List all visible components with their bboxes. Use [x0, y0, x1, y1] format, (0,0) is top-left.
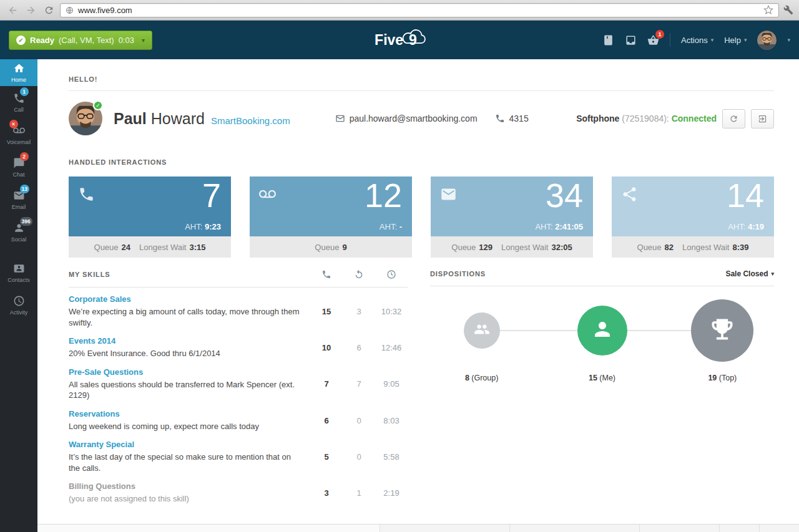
- five9-logo: Five 9: [375, 31, 424, 50]
- address-bar[interactable]: www.five9.com: [60, 3, 779, 17]
- email-badge: 13: [20, 185, 29, 193]
- bottom-taskbar: [37, 524, 799, 532]
- help-menu[interactable]: Help▾: [724, 36, 747, 45]
- taskbar-slot[interactable]: [639, 525, 719, 532]
- extension-text: 4315: [509, 114, 529, 123]
- skill-transfers: 0: [343, 416, 375, 425]
- skill-time: 2:19: [375, 488, 408, 498]
- app-window: www.five9.com ✓ Ready (Call, VM, Text) 0…: [0, 0, 799, 532]
- back-button[interactable]: [6, 3, 19, 17]
- call-badge: 1: [20, 87, 29, 96]
- taskbar-slot[interactable]: [380, 525, 509, 532]
- taskbar-spacer: [37, 525, 380, 532]
- group-circle[interactable]: [464, 312, 500, 349]
- skill-calls: 5: [310, 452, 343, 462]
- chevron-down-icon: ▾: [711, 37, 714, 43]
- skill-desc: All sales questions should be transferre…: [69, 379, 301, 401]
- sidebar-label: Call: [14, 107, 24, 113]
- voicemails-aht: AHT: -: [380, 222, 402, 231]
- actions-menu[interactable]: Actions▾: [681, 36, 713, 45]
- sidebar: Home 1 Call × Voicemail 2 Chat: [0, 59, 37, 532]
- social-aht: AHT: 4:19: [728, 222, 764, 231]
- handled-card-calls[interactable]: 7 AHT: 9:23 Queue24 Longest Wait3:15: [69, 177, 231, 258]
- sidebar-item-voicemail[interactable]: × Voicemail: [0, 118, 37, 151]
- skill-calls: 6: [310, 416, 343, 425]
- inbox-icon[interactable]: [625, 34, 637, 46]
- softphone-status: Softphone (72519084): Connected: [576, 109, 774, 128]
- taskbar-slot[interactable]: [509, 525, 639, 532]
- profile-row: ✓ Paul Howard SmartBooking.com paul.howa…: [69, 91, 774, 148]
- skill-row-billing-questions: Billing Questions (you are not assigned …: [69, 475, 408, 506]
- bookmark-star-icon[interactable]: [763, 5, 773, 15]
- disposition-filter-dropdown[interactable]: Sale Closed ▾: [725, 269, 774, 278]
- top-circle[interactable]: [691, 299, 753, 362]
- transfers-column-redo-icon: [343, 269, 375, 279]
- me-stat: 15 (Me): [577, 374, 627, 382]
- online-check-icon: ✓: [93, 100, 103, 110]
- reconnect-button[interactable]: [722, 109, 745, 128]
- company-link[interactable]: SmartBooking.com: [211, 115, 290, 126]
- first-name: Paul: [114, 110, 147, 128]
- sidebar-item-contacts[interactable]: Contacts: [0, 256, 37, 289]
- sidebar-item-home[interactable]: Home: [0, 59, 37, 86]
- sidebar-label: Home: [11, 77, 26, 83]
- handled-card-emails[interactable]: 34 AHT: 2:41:05 Queue129 Longest Wait32:…: [431, 177, 593, 258]
- chevron-down-icon[interactable]: ▾: [787, 37, 790, 43]
- handled-card-voicemails[interactable]: 12 AHT: - Queue9: [250, 177, 412, 258]
- handle-time-column-clock-icon: [375, 269, 408, 279]
- skill-link[interactable]: Reservations: [69, 409, 301, 418]
- browser-menu-wrench-icon[interactable]: [783, 5, 793, 15]
- me-circle[interactable]: [577, 306, 627, 355]
- taskbar-slot[interactable]: [759, 525, 799, 532]
- sidebar-label: Email: [12, 204, 26, 210]
- disposition-me: 15 (Me): [577, 290, 627, 382]
- sidebar-item-activity[interactable]: Activity: [0, 289, 37, 321]
- skill-row-warranty-special: Warranty Special It’s the last day of th…: [69, 433, 408, 475]
- email-text: paul.howard@smartbooking.com: [350, 114, 478, 123]
- handled-card-social[interactable]: 14 AHT: 4:19 Queue82 Longest Wait8:39: [612, 177, 774, 258]
- agent-status-button[interactable]: ✓ Ready (Call, VM, Text) 0:03 ▾: [9, 31, 152, 50]
- basket-icon[interactable]: 1: [647, 34, 659, 46]
- skill-link[interactable]: Pre-Sale Questions: [69, 367, 301, 377]
- extension-contact: 4315: [495, 114, 529, 123]
- skill-desc: It’s the last day of the special so make…: [69, 452, 301, 473]
- journal-icon[interactable]: [602, 34, 614, 46]
- sidebar-item-call[interactable]: 1 Call: [0, 86, 37, 118]
- chat-badge: 2: [20, 152, 29, 161]
- profile-avatar[interactable]: ✓: [69, 102, 102, 135]
- skill-link[interactable]: Warranty Special: [69, 440, 301, 449]
- group-stat: 8 (Group): [464, 374, 500, 382]
- sidebar-item-social[interactable]: 396 Social: [0, 216, 37, 248]
- skill-link[interactable]: Corporate Sales: [69, 294, 301, 304]
- divider: [670, 33, 670, 47]
- skill-row-pre-sale-questions: Pre-Sale Questions All sales questions s…: [69, 360, 408, 402]
- last-name: Howard: [151, 110, 205, 128]
- forward-button[interactable]: [24, 3, 37, 17]
- emails-count: 34: [546, 175, 583, 216]
- taskbar-slot[interactable]: [719, 525, 759, 532]
- logout-button[interactable]: [751, 109, 774, 128]
- voicemail-icon: ×: [13, 125, 25, 137]
- skill-link[interactable]: Events 2014: [69, 336, 301, 346]
- user-avatar[interactable]: [757, 31, 777, 50]
- url-text: www.five9.com: [78, 6, 759, 15]
- skill-transfers: 3: [343, 307, 375, 316]
- softphone-id: (72519084):: [622, 114, 669, 123]
- handled-interactions-header: HANDLED INTERACTIONS: [69, 148, 774, 167]
- greeting-header: HELLO!: [69, 59, 774, 91]
- social-count: 14: [727, 175, 764, 216]
- agent-name: Paul Howard SmartBooking.com: [114, 110, 290, 128]
- skill-transfers: 6: [343, 343, 375, 352]
- my-skills-panel: MY SKILLS Corporate Sales We’re expectin…: [69, 258, 408, 506]
- skill-link: Billing Questions: [69, 481, 301, 491]
- emails-queue-stats: Queue129 Longest Wait32:05: [431, 236, 593, 258]
- sidebar-item-email[interactable]: 13 Email: [0, 183, 37, 216]
- reload-button[interactable]: [42, 3, 56, 17]
- email-icon: 13: [13, 190, 25, 201]
- phone-icon: 1: [13, 92, 25, 104]
- voicemail-icon: [259, 186, 276, 203]
- sidebar-label: Chat: [12, 172, 24, 178]
- disposition-top: 19 (Top): [691, 290, 753, 382]
- navbar-right: 1 Actions▾ Help▾ ▾: [602, 31, 790, 50]
- sidebar-item-chat[interactable]: 2 Chat: [0, 151, 37, 183]
